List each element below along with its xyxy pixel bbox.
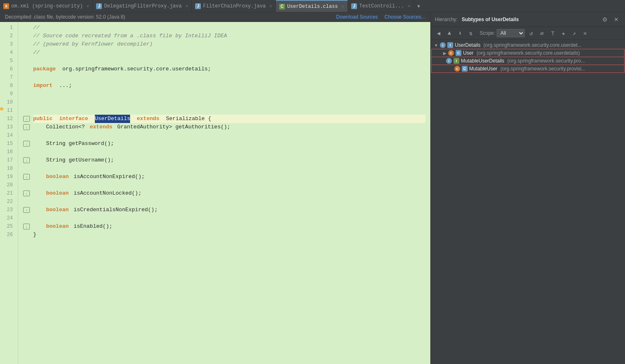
code-line-11 (33, 106, 425, 115)
gutter-line-9 (0, 88, 3, 96)
code-line-22 (33, 198, 425, 206)
code-line-2: // Source code recreated from a .class f… (33, 32, 425, 40)
tree-arrow-mutableuser (451, 67, 453, 71)
line-13-indicator: ↓ (23, 124, 30, 130)
indicator-19: ↓ (23, 173, 31, 181)
tab-pom-close[interactable]: ✕ (87, 3, 89, 9)
tree-item-mutableuserdetails[interactable]: i I MutableUserDetails (org.springframew… (432, 57, 624, 65)
line-num-22: 22 (5, 198, 14, 206)
download-sources-button[interactable]: Download Sources (336, 14, 378, 20)
tab-filterchain-close[interactable]: ✕ (270, 3, 273, 9)
code-editor[interactable]: 1 2 3 4 5 6 7 8 9 10 11 12 13 14 15 16 1… (0, 22, 430, 364)
code-line-18 (33, 164, 425, 173)
indicator-2 (23, 32, 31, 40)
settings-icon[interactable]: ⚙ (600, 15, 609, 24)
code-19-rest: isAccountNonExpired(); (70, 173, 145, 181)
code-content[interactable]: ↓ ↓ ↓ ↓ ↓ ↓ ↓ ↓ (18, 22, 430, 364)
scope-label: Scope: (480, 30, 495, 36)
line-num-3: 3 (5, 40, 14, 48)
tab-userdetails[interactable]: C UserDetails.class ✕ (276, 0, 348, 12)
tab-delegating-label: DelegatingFilterProxy.java (104, 3, 181, 9)
toolbar-btn-expand[interactable]: ⇄ (537, 29, 546, 38)
line-25-indicator: ↓ (23, 224, 30, 229)
line-num-26: 26 (5, 231, 14, 239)
code-line-3: // (powered by Fernflower decompiler) (33, 40, 425, 48)
code-line-14 (33, 131, 425, 140)
indicator-24 (23, 214, 31, 222)
badge-mutableuserdetails: i (446, 58, 452, 64)
main-layout: Decompiled .class file, bytecode version… (0, 12, 625, 364)
info-bar-actions: Download Sources Choose Sources... (336, 14, 425, 20)
badge-user: C (448, 50, 454, 56)
gutter-line-4 (0, 47, 3, 55)
indicator-20 (23, 181, 31, 189)
tab-filterchain[interactable]: J FilterChainProxy.java ✕ (192, 0, 276, 12)
scope-select[interactable]: All Project Test (497, 29, 525, 37)
code-23-rest: isCredentialsNonExpired(); (70, 206, 158, 214)
toolbar-btn-down[interactable]: ⬇ (456, 29, 465, 38)
tree-item-mutableuser[interactable]: C C MutableUser (org.springframework.sec… (432, 65, 624, 72)
toolbar-btn-collapse[interactable]: ⊤ (548, 29, 557, 38)
line-num-11: 11 (5, 106, 14, 115)
comment-1: // (33, 24, 40, 32)
indicator-26 (23, 231, 31, 239)
choose-sources-button[interactable]: Choose Sources... (384, 14, 425, 20)
toolbar-btn-jump[interactable]: ↗ (569, 29, 579, 38)
tab-testcontroller[interactable]: J TestControll... ✕ (348, 0, 414, 12)
delegating-icon: J (96, 3, 102, 9)
tab-delegating-close[interactable]: ✕ (186, 3, 188, 9)
hierarchy-tree: ▼ i I UserDetails (org.springframework.s… (431, 40, 625, 364)
line-12-indicator: ↓ (23, 116, 30, 122)
tree-pkg-mutableuserdetails: (org.springframework.security.pro... (506, 58, 585, 64)
line-num-25: 25 (5, 222, 14, 231)
line-num-21: 21 (5, 189, 14, 198)
code-line-10 (33, 98, 425, 106)
indicator-13: ↓ (23, 123, 31, 131)
gutter-line-12 (0, 116, 3, 124)
editor-area: Decompiled .class file, bytecode version… (0, 12, 430, 364)
filterchain-icon: J (195, 3, 201, 9)
code-13-indent: Collection<? (33, 123, 88, 131)
toolbar-btn-locate[interactable]: ◀ (434, 29, 443, 38)
code-line-17: String getUsername(); (33, 156, 425, 164)
code-line-8: import ...; (33, 82, 425, 90)
code-line-6: package org.springframework.security.cor… (33, 65, 425, 73)
line-num-18: 18 (5, 164, 14, 173)
toolbar-btn-sort[interactable]: ⇅ (466, 29, 475, 38)
package-name: org.springframework.security.core.userde… (62, 65, 211, 73)
indicator-7 (23, 73, 31, 82)
toolbar-btn-close[interactable]: ✕ (580, 29, 589, 38)
right-panel: Hierarchy: Subtypes of UserDetails ⚙ ✕ ◀… (430, 12, 625, 364)
toolbar-btn-pin[interactable]: ★ (559, 29, 568, 38)
kw-extends: extends (137, 115, 159, 123)
line-num-12: 12 (5, 115, 14, 123)
gutter-line-7 (0, 72, 3, 80)
toolbar-btn-refresh[interactable]: ↺ (526, 29, 536, 38)
testcontroller-icon: J (351, 3, 357, 9)
panel-close-button[interactable]: ✕ (612, 15, 621, 24)
badge-mutableuser: C (454, 66, 460, 72)
tree-arrow-mutableuserdetails (443, 59, 444, 63)
tab-testcontroller-close[interactable]: ✕ (408, 3, 410, 9)
line-15-indicator: ↓ (23, 141, 30, 147)
line-21-indicator: ↓ (23, 190, 30, 196)
tab-pom[interactable]: x om.xml (spring-security) ✕ (0, 0, 93, 12)
indicator-17: ↓ (23, 156, 31, 164)
indicator-4 (23, 48, 31, 57)
tab-delegating[interactable]: J DelegatingFilterProxy.java ✕ (93, 0, 192, 12)
line-num-14: 14 (5, 131, 14, 140)
indicator-16 (23, 148, 31, 156)
tree-name-mutableuserdetails: MutableUserDetails (461, 58, 504, 64)
tab-testcontroller-label: TestControll... (359, 3, 404, 9)
tree-item-user[interactable]: ▶ C C User (org.springframework.security… (432, 49, 624, 57)
code-line-21: boolean isAccountNonLocked(); (33, 189, 425, 198)
tab-overflow-button[interactable]: ▾ (414, 0, 423, 12)
toolbar-btn-up[interactable]: ▲ (445, 29, 454, 38)
tab-userdetails-close[interactable]: ✕ (342, 4, 345, 9)
tree-pkg-userdetails: (org.springframework.security.core.userd… (482, 42, 582, 48)
tree-arrow-userdetails: ▼ (434, 43, 438, 48)
line-num-9: 9 (5, 90, 14, 98)
line-num-8: 8 (5, 82, 14, 90)
tree-item-userdetails[interactable]: ▼ i I UserDetails (org.springframework.s… (431, 41, 625, 49)
code-line-5 (33, 57, 425, 65)
